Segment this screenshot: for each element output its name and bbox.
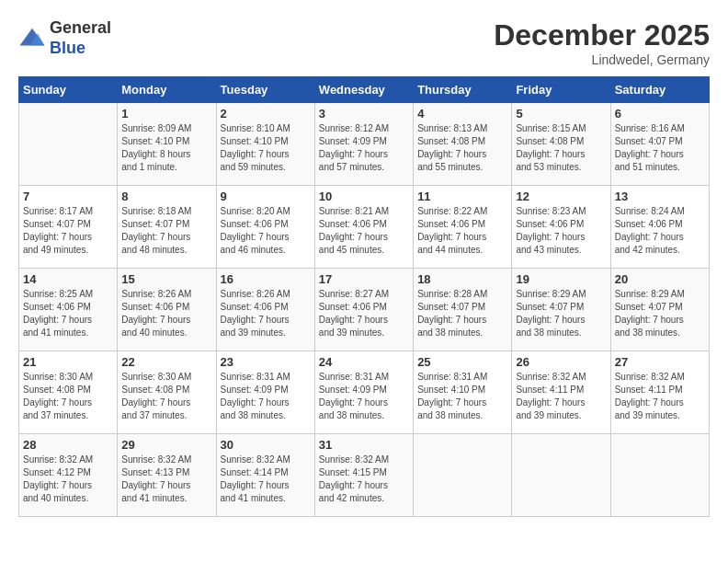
day-info: Sunrise: 8:28 AM Sunset: 4:07 PM Dayligh… — [417, 288, 507, 339]
calendar-cell: 11Sunrise: 8:22 AM Sunset: 4:06 PM Dayli… — [414, 186, 512, 269]
weekday-header-tuesday: Tuesday — [216, 77, 314, 103]
day-info: Sunrise: 8:32 AM Sunset: 4:12 PM Dayligh… — [23, 454, 113, 505]
day-info: Sunrise: 8:09 AM Sunset: 4:10 PM Dayligh… — [121, 122, 211, 174]
calendar-cell: 22Sunrise: 8:30 AM Sunset: 4:08 PM Dayli… — [118, 351, 216, 434]
day-number: 9 — [221, 190, 311, 203]
calendar-cell: 18Sunrise: 8:28 AM Sunset: 4:07 PM Dayli… — [414, 269, 512, 351]
day-number: 4 — [417, 107, 507, 121]
day-info: Sunrise: 8:23 AM Sunset: 4:06 PM Dayligh… — [516, 205, 606, 257]
day-number: 8 — [121, 190, 211, 203]
day-info: Sunrise: 8:32 AM Sunset: 4:13 PM Dayligh… — [121, 454, 211, 505]
week-row-2: 7Sunrise: 8:17 AM Sunset: 4:07 PM Daylig… — [19, 186, 710, 269]
weekday-header-thursday: Thursday — [414, 77, 512, 103]
week-row-4: 21Sunrise: 8:30 AM Sunset: 4:08 PM Dayli… — [19, 351, 710, 434]
calendar-cell: 17Sunrise: 8:27 AM Sunset: 4:06 PM Dayli… — [314, 269, 413, 351]
day-info: Sunrise: 8:29 AM Sunset: 4:07 PM Dayligh… — [615, 288, 705, 339]
day-number: 3 — [319, 107, 409, 121]
day-info: Sunrise: 8:22 AM Sunset: 4:06 PM Dayligh… — [417, 205, 507, 257]
weekday-header-friday: Friday — [512, 77, 610, 103]
month-title: December 2025 — [494, 18, 710, 52]
calendar-cell: 26Sunrise: 8:32 AM Sunset: 4:11 PM Dayli… — [512, 351, 610, 434]
calendar-cell: 15Sunrise: 8:26 AM Sunset: 4:06 PM Dayli… — [118, 269, 216, 351]
calendar-cell: 28Sunrise: 8:32 AM Sunset: 4:12 PM Dayli… — [19, 434, 118, 517]
calendar-cell: 20Sunrise: 8:29 AM Sunset: 4:07 PM Dayli… — [610, 269, 709, 351]
day-number: 16 — [221, 272, 311, 286]
calendar-table: SundayMondayTuesdayWednesdayThursdayFrid… — [18, 76, 710, 517]
day-number: 15 — [121, 272, 211, 286]
day-info: Sunrise: 8:32 AM Sunset: 4:11 PM Dayligh… — [615, 371, 705, 422]
calendar-cell — [414, 434, 512, 517]
day-number: 6 — [615, 107, 705, 121]
calendar-cell: 31Sunrise: 8:32 AM Sunset: 4:15 PM Dayli… — [314, 434, 413, 517]
calendar-cell: 25Sunrise: 8:31 AM Sunset: 4:10 PM Dayli… — [414, 351, 512, 434]
day-number: 30 — [221, 438, 311, 452]
weekday-header-sunday: Sunday — [19, 77, 118, 103]
day-number: 1 — [121, 107, 211, 121]
logo-text: General Blue — [50, 18, 111, 58]
day-number: 23 — [221, 355, 311, 369]
day-info: Sunrise: 8:31 AM Sunset: 4:09 PM Dayligh… — [221, 371, 311, 422]
calendar-cell: 30Sunrise: 8:32 AM Sunset: 4:14 PM Dayli… — [216, 434, 314, 517]
weekday-header-monday: Monday — [118, 77, 216, 103]
day-number: 7 — [23, 190, 113, 203]
calendar-cell: 2Sunrise: 8:10 AM Sunset: 4:10 PM Daylig… — [216, 103, 314, 186]
day-info: Sunrise: 8:32 AM Sunset: 4:14 PM Dayligh… — [221, 454, 311, 505]
day-number: 31 — [319, 438, 409, 452]
day-info: Sunrise: 8:30 AM Sunset: 4:08 PM Dayligh… — [121, 371, 211, 422]
calendar-cell: 7Sunrise: 8:17 AM Sunset: 4:07 PM Daylig… — [19, 186, 118, 269]
calendar-cell: 14Sunrise: 8:25 AM Sunset: 4:06 PM Dayli… — [19, 269, 118, 351]
weekday-header-saturday: Saturday — [610, 77, 709, 103]
day-info: Sunrise: 8:31 AM Sunset: 4:09 PM Dayligh… — [319, 371, 409, 422]
day-info: Sunrise: 8:21 AM Sunset: 4:06 PM Dayligh… — [319, 205, 409, 257]
day-info: Sunrise: 8:13 AM Sunset: 4:08 PM Dayligh… — [417, 122, 507, 174]
title-section: December 2025 Lindwedel, Germany — [494, 18, 710, 67]
day-info: Sunrise: 8:18 AM Sunset: 4:07 PM Dayligh… — [121, 205, 211, 257]
calendar-cell — [610, 434, 709, 517]
calendar-cell: 24Sunrise: 8:31 AM Sunset: 4:09 PM Dayli… — [314, 351, 413, 434]
day-number: 28 — [23, 438, 113, 452]
day-number: 21 — [23, 355, 113, 369]
logo-blue: Blue — [50, 39, 85, 57]
day-info: Sunrise: 8:10 AM Sunset: 4:10 PM Dayligh… — [221, 122, 311, 174]
page-header: General Blue December 2025 Lindwedel, Ge… — [18, 18, 710, 67]
day-info: Sunrise: 8:27 AM Sunset: 4:06 PM Dayligh… — [319, 288, 409, 339]
day-number: 18 — [417, 272, 507, 286]
calendar-cell: 9Sunrise: 8:20 AM Sunset: 4:06 PM Daylig… — [216, 186, 314, 269]
day-number: 12 — [516, 190, 606, 203]
day-number: 2 — [221, 107, 311, 121]
location: Lindwedel, Germany — [494, 52, 710, 67]
calendar-cell: 12Sunrise: 8:23 AM Sunset: 4:06 PM Dayli… — [512, 186, 610, 269]
day-number: 25 — [417, 355, 507, 369]
calendar-cell: 8Sunrise: 8:18 AM Sunset: 4:07 PM Daylig… — [118, 186, 216, 269]
day-info: Sunrise: 8:20 AM Sunset: 4:06 PM Dayligh… — [221, 205, 311, 257]
day-info: Sunrise: 8:31 AM Sunset: 4:10 PM Dayligh… — [417, 371, 507, 422]
calendar-cell: 29Sunrise: 8:32 AM Sunset: 4:13 PM Dayli… — [118, 434, 216, 517]
day-number: 14 — [23, 272, 113, 286]
day-info: Sunrise: 8:26 AM Sunset: 4:06 PM Dayligh… — [221, 288, 311, 339]
calendar-cell — [512, 434, 610, 517]
logo: General Blue — [18, 18, 111, 58]
logo-general: General — [50, 18, 111, 37]
day-info: Sunrise: 8:26 AM Sunset: 4:06 PM Dayligh… — [121, 288, 211, 339]
day-number: 17 — [319, 272, 409, 286]
day-number: 24 — [319, 355, 409, 369]
day-info: Sunrise: 8:25 AM Sunset: 4:06 PM Dayligh… — [23, 288, 113, 339]
calendar-cell: 5Sunrise: 8:15 AM Sunset: 4:08 PM Daylig… — [512, 103, 610, 186]
day-info: Sunrise: 8:12 AM Sunset: 4:09 PM Dayligh… — [319, 122, 409, 174]
day-info: Sunrise: 8:24 AM Sunset: 4:06 PM Dayligh… — [615, 205, 705, 257]
day-number: 11 — [417, 190, 507, 203]
day-info: Sunrise: 8:32 AM Sunset: 4:11 PM Dayligh… — [516, 371, 606, 422]
day-info: Sunrise: 8:29 AM Sunset: 4:07 PM Dayligh… — [516, 288, 606, 339]
weekday-header-row: SundayMondayTuesdayWednesdayThursdayFrid… — [19, 77, 710, 103]
calendar-cell — [19, 103, 118, 186]
calendar-cell: 16Sunrise: 8:26 AM Sunset: 4:06 PM Dayli… — [216, 269, 314, 351]
day-info: Sunrise: 8:15 AM Sunset: 4:08 PM Dayligh… — [516, 122, 606, 174]
day-info: Sunrise: 8:16 AM Sunset: 4:07 PM Dayligh… — [615, 122, 705, 174]
week-row-3: 14Sunrise: 8:25 AM Sunset: 4:06 PM Dayli… — [19, 269, 710, 351]
day-number: 10 — [319, 190, 409, 203]
day-number: 13 — [615, 190, 705, 203]
day-number: 5 — [516, 107, 606, 121]
calendar-cell: 13Sunrise: 8:24 AM Sunset: 4:06 PM Dayli… — [610, 186, 709, 269]
week-row-1: 1Sunrise: 8:09 AM Sunset: 4:10 PM Daylig… — [19, 103, 710, 186]
day-number: 22 — [121, 355, 211, 369]
